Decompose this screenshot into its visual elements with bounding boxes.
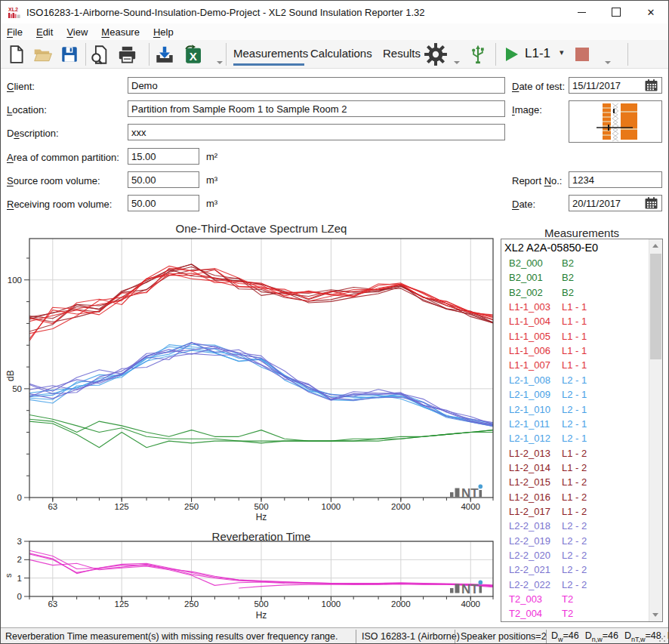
client-input[interactable] (128, 77, 505, 94)
location-input[interactable] (128, 100, 505, 117)
receiving-volume-label: Receiving room volume: (7, 199, 112, 210)
measurements-list[interactable]: XL2 A2A-05850-E0 B2_000B2B2_001B2B2_002B… (501, 239, 663, 622)
receiving-volume-input[interactable] (128, 195, 199, 211)
report-no-input[interactable] (569, 171, 662, 188)
area-label: Area of common partition: (7, 152, 119, 163)
measurement-row[interactable]: L1-1_006L1 - 1 (501, 345, 637, 359)
image-thumbnail[interactable] (569, 100, 662, 143)
measurement-name: L2-2_019 (509, 535, 550, 547)
measurement-name: L1-2_017 (509, 506, 550, 517)
svg-text:1000: 1000 (322, 502, 341, 511)
measurements-panel-title: Measurements (501, 226, 663, 239)
description-input[interactable] (128, 124, 505, 140)
measurement-type: B2 (562, 272, 574, 283)
maximize-button[interactable] (599, 1, 634, 23)
minimize-button[interactable] (564, 1, 599, 23)
import-measurements-button[interactable] (154, 42, 175, 66)
measurement-row[interactable]: L1-1_004L1 - 1 (501, 316, 637, 330)
measurement-row[interactable]: L2-1_008L2 - 1 (501, 374, 637, 389)
image-label: Image: (512, 104, 542, 116)
status-separator (546, 630, 547, 644)
toolbar-overflow-icon[interactable] (454, 61, 460, 64)
toolbar-separator (85, 43, 86, 66)
run-selection-label[interactable]: L1-1 (525, 46, 550, 61)
run-dropdown-icon[interactable]: ▾ (560, 48, 564, 57)
svg-text:2: 2 (17, 555, 22, 564)
svg-text:0: 0 (17, 493, 22, 502)
measurement-row[interactable]: B2_002B2 (501, 287, 637, 301)
measurement-row[interactable]: T2_003T2 (501, 593, 637, 608)
measurement-row[interactable]: L1-2_013L1 - 2 (501, 448, 637, 462)
menu-item-view[interactable]: View (66, 26, 88, 38)
measurement-row[interactable]: B2_001B2 (501, 272, 637, 286)
scrollbar[interactable] (649, 239, 662, 621)
measurement-row[interactable]: L2-2_021L2 - 2 (501, 564, 637, 578)
close-button[interactable]: ✕ (634, 1, 668, 23)
measurement-row[interactable]: L1-2_015L1 - 2 (501, 476, 637, 491)
menu-item-measure[interactable]: Measure (101, 26, 140, 38)
location-label: Location: (7, 104, 47, 116)
open-project-button[interactable] (32, 42, 53, 66)
status-standard: ISO 16283-1 (Airborne) (362, 628, 460, 644)
area-input[interactable] (128, 148, 199, 165)
measurement-row[interactable]: L1-2_016L1 - 2 (501, 491, 637, 506)
measurement-type: L2 - 1 (562, 433, 587, 444)
menu-item-edit[interactable]: Edit (36, 26, 53, 38)
measurement-row[interactable]: L2-1_012L2 - 1 (501, 433, 637, 447)
scrollbar-thumb[interactable] (650, 254, 661, 359)
description-label: Description: (7, 128, 59, 139)
measurement-name: L2-1_010 (509, 404, 550, 415)
print-button[interactable] (117, 42, 137, 66)
tab-measurements[interactable]: Measurements (233, 47, 308, 60)
measurement-row[interactable]: L2-2_019L2 - 2 (501, 535, 637, 550)
calendar-icon[interactable] (645, 197, 658, 209)
measurement-row[interactable]: L2-2_020L2 - 2 (501, 550, 637, 564)
app-icon: XL2 (8, 6, 21, 19)
measurement-row[interactable]: L2-2_018L2 - 2 (501, 520, 637, 535)
toolbar-overflow-icon[interactable] (605, 61, 611, 64)
client-label: Client: (7, 81, 35, 92)
svg-text:100: 100 (8, 276, 22, 285)
measurement-name: L1-1_006 (509, 345, 550, 356)
source-volume-input[interactable] (128, 171, 199, 188)
measurement-row[interactable]: L2-2_022L2 - 2 (501, 579, 637, 593)
tab-calculations[interactable]: Calculations (310, 47, 372, 60)
measurement-type: L2 - 2 (562, 550, 587, 561)
toolbar-overflow-icon[interactable] (217, 61, 223, 64)
settings-button[interactable] (424, 42, 448, 66)
toolbar-separator (226, 43, 227, 66)
scroll-down-icon[interactable] (652, 613, 658, 617)
print-preview-button[interactable] (90, 42, 110, 66)
measurement-row[interactable]: L1-1_007L1 - 1 (501, 359, 637, 374)
spectrum-chart-title: One-Third-Octave Spectrum LZeq (29, 222, 493, 235)
calendar-icon[interactable] (645, 79, 658, 91)
measurement-row[interactable]: B2_000B2 (501, 257, 637, 272)
menu-item-help[interactable]: Help (153, 26, 174, 38)
measurement-row[interactable]: T2_004T2 (501, 608, 637, 622)
measurement-row[interactable]: L1-2_014L1 - 2 (501, 462, 637, 476)
measurement-row[interactable]: L2-1_010L2 - 1 (501, 404, 637, 418)
measurement-row[interactable]: L2-1_009L2 - 1 (501, 389, 637, 403)
scroll-up-icon[interactable] (652, 244, 658, 248)
menu-item-file[interactable]: File (7, 26, 23, 38)
measurement-row[interactable]: L2-1_011L2 - 1 (501, 418, 637, 433)
report-no-label: Report No.: (512, 175, 563, 186)
stop-measurement-button[interactable] (575, 42, 590, 66)
start-measurement-button[interactable] (502, 42, 520, 66)
svg-text:4000: 4000 (461, 502, 480, 511)
tab-results[interactable]: Results (383, 47, 421, 60)
measurement-type: L1 - 1 (562, 301, 587, 313)
usb-connect-button[interactable] (467, 42, 489, 66)
resize-grip[interactable] (658, 635, 666, 642)
new-project-button[interactable] (7, 42, 26, 66)
measurement-name: L1-2_013 (509, 448, 550, 459)
device-name: XL2 A2A-05850-E0 (504, 242, 598, 254)
measurement-name: L1-1_005 (509, 331, 550, 342)
measurement-row[interactable]: L1-1_003L1 - 1 (501, 301, 637, 316)
measurement-row[interactable]: L1-2_017L1 - 2 (501, 506, 637, 520)
play-icon (502, 45, 520, 63)
measurement-row[interactable]: L1-1_005L1 - 1 (501, 331, 637, 345)
save-project-button[interactable] (60, 42, 79, 66)
measurement-type: B2 (562, 287, 574, 298)
export-excel-button[interactable]: X (182, 42, 204, 66)
